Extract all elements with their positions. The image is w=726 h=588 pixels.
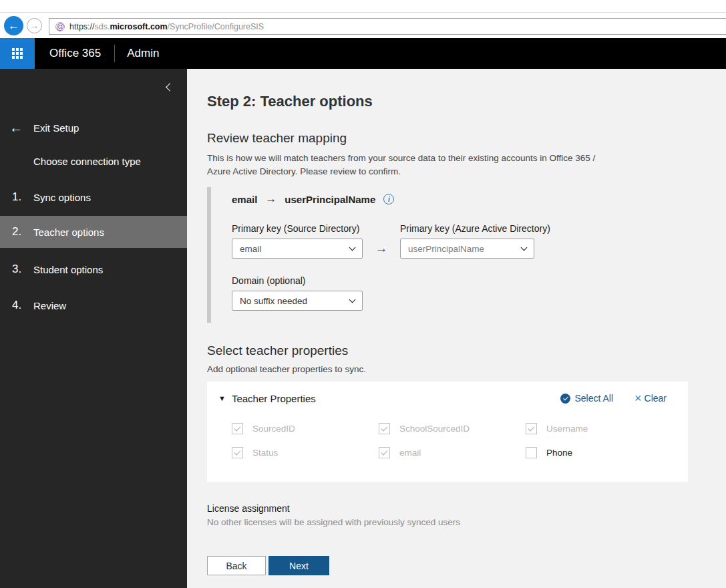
checkbox-email (379, 447, 390, 458)
site-icon: @ (55, 22, 65, 31)
check-circle-icon (560, 394, 570, 404)
chevron-down-icon (521, 244, 528, 251)
collapse-triangle-icon[interactable]: ▼ (218, 394, 226, 402)
right-arrow-icon: → (265, 192, 277, 206)
browser-forward-button[interactable]: → (27, 18, 42, 33)
mapping-summary: email → userPrincipalName i (232, 192, 726, 206)
step-number: 1. (12, 190, 33, 204)
info-icon[interactable]: i (383, 194, 394, 204)
checkbox-label: SchoolSourcedID (399, 424, 470, 434)
sidebar-item-review[interactable]: 4. Review (0, 289, 187, 321)
url-domain: microsoft.com (110, 22, 167, 31)
mapping-block: email → userPrincipalName i Primary key … (207, 187, 726, 323)
select-all-button[interactable]: Select All (560, 393, 613, 404)
exit-setup-label: Exit Setup (33, 122, 79, 134)
address-input[interactable]: https://sds.microsoft.com/SyncProfile/Co… (69, 22, 264, 31)
mapping-section-heading: Review teacher mapping (207, 131, 726, 146)
admin-link[interactable]: Admin (123, 47, 163, 60)
sidebar-item-choose-connection-type[interactable]: Choose connection type (33, 156, 141, 167)
mapping-description: This is how we will match teachers from … (207, 152, 611, 178)
property-item: Status (232, 447, 379, 458)
step-label: Review (33, 300, 66, 311)
browser-chrome: ← → @ https://sds.microsoft.com/SyncProf… (0, 0, 726, 38)
x-icon: × (634, 392, 642, 404)
property-item: SchoolSourcedID (379, 423, 526, 434)
sidebar-item-student-options[interactable]: 3. Student options (0, 253, 187, 285)
license-heading: License assignment (207, 503, 726, 514)
checkbox-label: Status (252, 448, 278, 458)
chevron-down-icon (349, 296, 356, 303)
source-key-label: Primary key (Source Directory) (232, 223, 400, 234)
property-item: email (379, 447, 526, 458)
step-label: Sync options (33, 192, 91, 203)
teacher-properties-card: ▼ Teacher Properties Select All × Clear … (207, 382, 688, 482)
target-key-label: Primary key (Azure Active Directory) (400, 223, 550, 234)
source-key-value: email (240, 244, 261, 254)
select-all-label: Select All (574, 393, 613, 404)
url-subdomain: sds. (95, 22, 110, 31)
waffle-icon (12, 48, 23, 59)
checkbox-schoolsourcedid (379, 423, 390, 434)
step-number: 4. (12, 299, 33, 312)
sidebar-item-sync-options[interactable]: 1. Sync options (0, 181, 187, 213)
license-description: No other licenses will be assigned with … (207, 517, 726, 527)
domain-value: No suffix needed (240, 296, 307, 306)
mapping-labels-row: Primary key (Source Directory) Primary k… (232, 223, 726, 234)
suite-bar-divider (114, 45, 115, 62)
checkbox-label: SourcedID (252, 424, 295, 434)
url-path: /SyncProfile/ConfigureSIS (168, 22, 264, 31)
suite-bar: Office 365 Admin (0, 38, 726, 69)
domain-label: Domain (optional) (232, 275, 726, 286)
property-item: Phone (526, 447, 673, 458)
step-number: 3. (12, 263, 33, 276)
checkbox-label: email (399, 448, 421, 458)
checkbox-username (526, 423, 537, 434)
chevron-down-icon (349, 244, 356, 251)
checkbox-status (232, 447, 243, 458)
checkbox-label: Username (546, 424, 588, 434)
domain-dropdown[interactable]: No suffix needed (232, 291, 363, 311)
page-title: Step 2: Teacher options (207, 93, 726, 110)
app-launcher-button[interactable] (0, 38, 35, 69)
step-label: Student options (33, 264, 103, 275)
clear-label: Clear (645, 393, 667, 404)
sidebar-item-teacher-options[interactable]: 2. Teacher options (0, 216, 187, 248)
sidebar-collapse-button[interactable] (166, 81, 175, 90)
clear-button[interactable]: × Clear (634, 392, 667, 404)
url-scheme: https:// (69, 22, 95, 31)
property-item: SourcedID (232, 423, 379, 434)
browser-back-button[interactable]: ← (4, 16, 23, 35)
properties-section-heading: Select teacher properties (207, 343, 726, 358)
wizard-actions: Back Next (207, 556, 726, 575)
main-content: Step 2: Teacher options Review teacher m… (187, 69, 726, 588)
setup-sidebar: ← Exit Setup Choose connection type 1. S… (0, 69, 187, 588)
exit-setup-button[interactable]: ← Exit Setup (0, 117, 187, 138)
domain-select-row: No suffix needed (232, 291, 726, 311)
properties-description: Add optional teacher properties to sync. (207, 364, 726, 374)
card-actions: Select All × Clear (560, 392, 667, 404)
mapping-selects-row: email → userPrincipalName (232, 239, 726, 259)
summary-target: userPrincipalName (285, 194, 375, 205)
address-bar[interactable]: @ https://sds.microsoft.com/SyncProfile/… (49, 18, 726, 35)
chevron-left-icon (166, 83, 174, 92)
target-key-dropdown[interactable]: userPrincipalName (400, 239, 534, 259)
step-number: 2. (12, 225, 33, 239)
back-arrow-icon: ← (9, 120, 28, 136)
target-key-value: userPrincipalName (408, 244, 484, 254)
window-divider (0, 12, 726, 13)
right-arrow-icon: → (363, 241, 400, 256)
group-label: Teacher Properties (232, 393, 316, 404)
properties-grid: SourcedID SchoolSourcedID Username Statu… (207, 404, 688, 458)
property-item: Username (526, 423, 673, 434)
back-button[interactable]: Back (207, 556, 266, 575)
source-key-dropdown[interactable]: email (232, 239, 363, 259)
next-button[interactable]: Next (268, 556, 329, 575)
checkbox-label: Phone (546, 448, 572, 458)
checkbox-sourcedid (232, 423, 243, 434)
step-label: Teacher options (33, 227, 104, 238)
office-365-link[interactable]: Office 365 (44, 47, 106, 60)
card-header: ▼ Teacher Properties Select All × Clear (207, 382, 688, 404)
checkbox-phone[interactable] (526, 447, 537, 458)
summary-source: email (232, 194, 257, 205)
